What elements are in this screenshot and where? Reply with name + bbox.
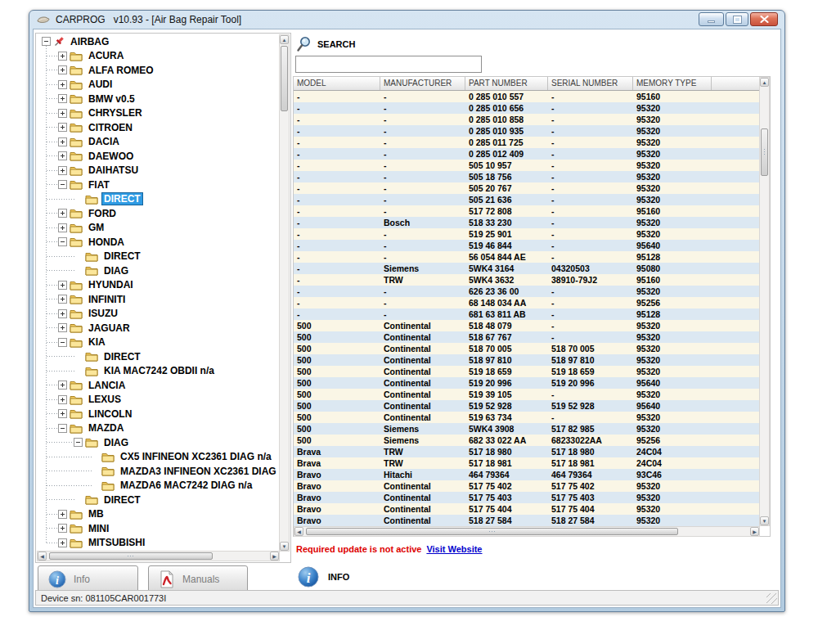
tree-item[interactable]: FIAT xyxy=(37,178,280,192)
tree-item[interactable]: MB xyxy=(37,507,280,522)
resize-grip[interactable] xyxy=(766,593,777,604)
plus-expand-icon[interactable] xyxy=(58,166,67,175)
table-row[interactable]: 500Continental519 63 734-95320 xyxy=(294,412,760,423)
tree-item[interactable]: LINCOLN xyxy=(37,407,280,421)
tree-item[interactable]: MAZDA xyxy=(37,421,280,436)
table-row[interactable]: BravoHitachi464 79364464 7936493C46 xyxy=(294,469,760,480)
scroll-left-icon[interactable]: ◀ xyxy=(294,527,303,536)
table-row[interactable]: 500Continental519 52 928519 52 92895640 xyxy=(294,400,760,412)
scroll-up-icon[interactable]: ▲ xyxy=(280,35,289,44)
tree-item[interactable]: MITSUBISHI xyxy=(37,536,280,551)
title-bar[interactable]: CARPROG v10.93 - [Air Bag Repair Tool] xyxy=(29,11,784,29)
table-row[interactable]: 500Continental518 48 079-95320 xyxy=(294,320,760,331)
tree-item[interactable]: CX5 INFINEON XC2361 DIAG n/a xyxy=(37,450,280,465)
plus-expand-icon[interactable] xyxy=(58,281,67,290)
tree-item[interactable]: KIA MAC7242 OBDII n/a xyxy=(37,364,280,379)
plus-expand-icon[interactable] xyxy=(58,80,67,89)
table-row[interactable]: --505 21 636-95320 xyxy=(294,194,760,205)
plus-expand-icon[interactable] xyxy=(58,295,67,304)
tree-item[interactable]: ALFA ROMEO xyxy=(37,63,280,78)
scroll-right-icon[interactable]: ▶ xyxy=(270,552,279,561)
tree-item[interactable]: HYUNDAI xyxy=(37,278,280,293)
table-row[interactable]: --0 285 012 409-95320 xyxy=(294,148,760,160)
tree-hscroll-thumb[interactable] xyxy=(49,552,213,560)
table-row[interactable]: --505 20 767-95320 xyxy=(294,182,760,194)
table-row[interactable]: 500Continental519 18 659519 18 65995320 xyxy=(294,366,760,377)
tree-item[interactable]: DAEWOO xyxy=(37,149,280,164)
table-body[interactable]: --0 285 010 557-95160--0 285 010 656-953… xyxy=(294,91,760,526)
tree-item[interactable]: LEXUS xyxy=(37,393,280,408)
table-row[interactable]: --517 72 808-95160 xyxy=(294,205,760,217)
table-row[interactable]: 500Siemens5WK4 3908517 82 98595320 xyxy=(294,423,760,435)
table-row[interactable]: -Bosch518 33 230-95320 xyxy=(294,217,760,228)
table-hscroll-thumb[interactable] xyxy=(306,528,678,535)
manuals-button[interactable]: Manuals xyxy=(148,565,248,592)
tree-item[interactable]: KIA xyxy=(37,336,280,350)
table-row[interactable]: --0 285 010 656-95320 xyxy=(294,102,760,114)
tree-item[interactable]: INFINITI xyxy=(37,292,280,307)
plus-expand-icon[interactable] xyxy=(58,94,67,103)
plus-expand-icon[interactable] xyxy=(58,65,67,74)
plus-expand-icon[interactable] xyxy=(58,137,67,146)
table-row[interactable]: --68 148 034 AA-95256 xyxy=(294,297,760,308)
plus-expand-icon[interactable] xyxy=(58,409,67,418)
plus-expand-icon[interactable] xyxy=(58,223,67,232)
table-row[interactable]: 500Continental518 97 810518 97 81095320 xyxy=(294,354,760,366)
plus-expand-icon[interactable] xyxy=(58,524,67,533)
table-row[interactable]: BravoContinental517 75 402517 75 4029532… xyxy=(294,480,760,492)
table-row[interactable]: -Siemens5WK4 31640432050395080 xyxy=(294,263,760,274)
table-row[interactable]: -TRW5WK4 363238910-79J295160 xyxy=(294,274,760,286)
scroll-down-icon[interactable]: ▼ xyxy=(760,516,769,525)
tree-item[interactable]: DACIA xyxy=(37,135,280,150)
visit-website-link[interactable]: Visit Website xyxy=(426,544,482,554)
tree-item[interactable]: DIAG xyxy=(37,263,280,278)
minus-expand-icon[interactable] xyxy=(58,237,67,246)
tree-view[interactable]: AIRBAGACURAALFA ROMEOAUDIBMW v0.5CHRYSLE… xyxy=(37,34,280,552)
tree-item[interactable]: AIRBAG xyxy=(37,34,280,49)
search-input[interactable] xyxy=(295,56,482,73)
table-row[interactable]: --0 285 010 557-95160 xyxy=(294,91,760,102)
tree-item[interactable]: DIRECT xyxy=(37,192,280,207)
plus-expand-icon[interactable] xyxy=(58,309,67,318)
plus-expand-icon[interactable] xyxy=(58,381,67,390)
plus-expand-icon[interactable] xyxy=(58,209,67,218)
table-row[interactable]: --505 10 957-95320 xyxy=(294,160,760,171)
table-row[interactable]: 500Continental518 70 005518 70 00595320 xyxy=(294,343,760,354)
table-vscroll-thumb[interactable] xyxy=(761,128,768,176)
plus-expand-icon[interactable] xyxy=(58,538,67,547)
minimize-button[interactable] xyxy=(699,12,724,26)
plus-expand-icon[interactable] xyxy=(58,395,67,404)
tree-item[interactable]: GM xyxy=(37,221,280,236)
table-row[interactable]: --0 285 011 725-95320 xyxy=(294,137,760,148)
table-row[interactable]: --519 25 901-95320 xyxy=(294,228,760,240)
scroll-right-icon[interactable]: ▶ xyxy=(750,527,759,536)
tree-item[interactable]: DIAG xyxy=(37,435,280,450)
tree-item[interactable]: AUDI xyxy=(37,78,280,92)
tree-item[interactable]: FORD xyxy=(37,206,280,221)
tree-item[interactable]: CITROEN xyxy=(37,120,280,135)
table-row[interactable]: --0 285 010 858-95320 xyxy=(294,114,760,125)
tree-item[interactable]: DIRECT xyxy=(37,493,280,507)
plus-expand-icon[interactable] xyxy=(58,151,67,160)
tree-item[interactable]: MINI xyxy=(37,521,280,536)
minus-expand-icon[interactable] xyxy=(58,180,67,189)
tree-item[interactable]: MAZDA6 MAC7242 DIAG n/a xyxy=(37,479,280,493)
table-row[interactable]: --519 46 844-95640 xyxy=(294,240,760,251)
minus-expand-icon[interactable] xyxy=(58,338,67,347)
tree-item[interactable]: JAGUAR xyxy=(37,321,280,336)
minus-expand-icon[interactable] xyxy=(42,37,51,46)
table-row[interactable]: --626 23 36 00-95320 xyxy=(294,286,760,297)
plus-expand-icon[interactable] xyxy=(58,323,67,332)
tree-item[interactable]: HONDA xyxy=(37,235,280,250)
column-header[interactable]: MODEL xyxy=(294,77,380,90)
tree-item[interactable]: DIRECT xyxy=(37,250,280,264)
table-row[interactable]: --505 18 756-95320 xyxy=(294,171,760,182)
table-horizontal-scrollbar[interactable]: ◀ ▶ xyxy=(294,526,760,537)
column-header[interactable]: MEMORY TYPE xyxy=(633,77,712,90)
tree-item[interactable]: MAZDA3 INFINEON XC2361 DIAG xyxy=(37,464,280,479)
table-row[interactable]: --0 285 010 935-95320 xyxy=(294,125,760,137)
tree-item[interactable]: BMW v0.5 xyxy=(37,92,280,106)
tree-item[interactable]: DIRECT xyxy=(37,349,280,364)
plus-expand-icon[interactable] xyxy=(58,510,67,519)
tree-item[interactable]: DAIHATSU xyxy=(37,164,280,178)
